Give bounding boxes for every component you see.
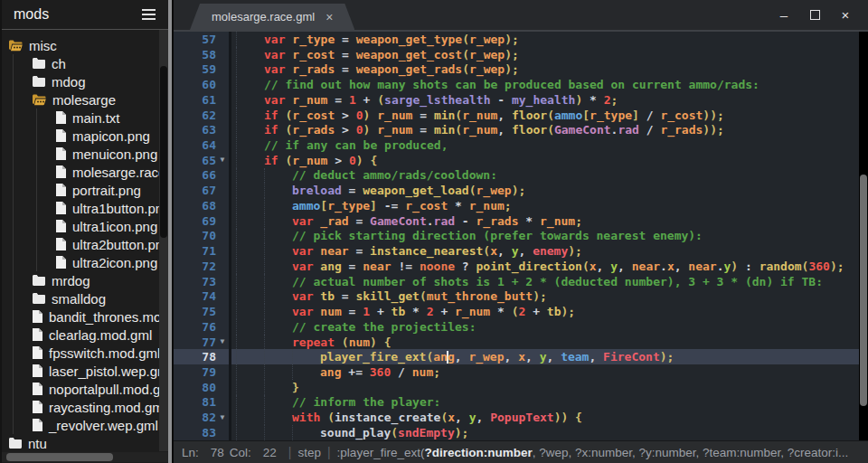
tree-item-bandit-thrones-mod-gml[interactable]: bandit_thrones.mod.gml — [2, 307, 168, 326]
tree-item-raycasting-mod-gml[interactable]: raycasting.mod.gml — [2, 398, 168, 416]
tree-item-noportalpull-mod-gml[interactable]: noportalpull.mod.gml — [2, 380, 168, 398]
code-line-83[interactable]: 83sound_play(sndEmpty); — [174, 425, 868, 440]
tree-item-molesarge-race-gml[interactable]: molesarge.race.gml — [2, 163, 168, 181]
gutter-cell[interactable]: 68 — [174, 198, 231, 213]
scrollbar-thumb[interactable] — [860, 175, 867, 406]
tree-item--revolver-wep-gml[interactable]: _revolver.wep.gml — [2, 416, 168, 434]
tree-item-main-txt[interactable]: main.txt — [2, 109, 168, 127]
tab-close-icon[interactable]: × — [326, 10, 333, 24]
gutter-cell[interactable]: 69 — [174, 213, 231, 229]
tree-item-ntu[interactable]: ntu — [2, 434, 168, 452]
tree-item-portrait-png[interactable]: portrait.png — [2, 181, 168, 199]
tab-molesarge-race-gml[interactable]: molesarge.race.gml × — [190, 4, 354, 30]
gutter-cell[interactable]: 82▼ — [174, 410, 231, 425]
gutter-cell[interactable]: 64 — [174, 137, 231, 153]
gutter-cell[interactable]: 75 — [174, 304, 231, 319]
gutter-cell[interactable]: 65▼ — [174, 153, 231, 168]
tree-item-menuicon-png[interactable]: menuicon.png — [2, 145, 168, 163]
gutter-cell[interactable]: 67 — [174, 183, 231, 198]
fold-arrow-icon[interactable]: ▼ — [216, 414, 229, 421]
scrollbar-thumb[interactable] — [6, 453, 113, 461]
tree-item-mrdog[interactable]: mrdog — [2, 271, 168, 289]
code-text[interactable]: // find out how many shots can be produc… — [231, 77, 868, 92]
code-line-71[interactable]: 71var near = instance_nearest(x, y, enem… — [174, 243, 868, 259]
code-text[interactable]: repeat (num) { — [231, 335, 868, 350]
maximize-button[interactable] — [799, 3, 830, 28]
code-text[interactable]: breload = weapon_get_load(r_wep); — [231, 183, 868, 198]
code-line-57[interactable]: 57var r_type = weapon_get_type(r_wep); — [174, 32, 868, 47]
code-text[interactable]: sound_play(sndEmpty); — [231, 425, 868, 440]
code-text[interactable]: var r_cost = weapon_get_cost(r_wep); — [231, 47, 868, 62]
gutter-cell[interactable]: 83 — [174, 425, 231, 440]
code-line-70[interactable]: 70// pick starting direction (prefer tow… — [174, 229, 868, 244]
gutter-cell[interactable]: 78 — [174, 349, 231, 364]
code-text[interactable]: var r_rads = weapon_get_rads(r_wep); — [231, 61, 868, 77]
code-text[interactable]: ammo[r_type] -= r_cost * r_num; — [231, 198, 868, 213]
gutter-cell[interactable]: 66 — [174, 168, 231, 184]
code-text[interactable]: // deduct ammo/rads/cooldown: — [231, 168, 868, 184]
code-text[interactable]: // create the projectiles: — [231, 319, 868, 335]
code-text[interactable]: // pick starting direction (prefer towar… — [231, 229, 868, 244]
code-text[interactable]: var num = 1 + tb * 2 + r_num * (2 + tb); — [231, 304, 868, 319]
code-line-80[interactable]: 80} — [174, 380, 868, 395]
gutter-cell[interactable]: 74 — [174, 288, 231, 304]
fold-arrow-icon[interactable]: ▼ — [216, 156, 229, 164]
minimize-button[interactable]: – — [769, 3, 799, 28]
code-line-68[interactable]: 68ammo[r_type] -= r_cost * r_num; — [174, 198, 868, 213]
sidebar-horizontal-scrollbar[interactable] — [2, 452, 168, 462]
tree-item-ultra2button-png[interactable]: ultra2button.png — [2, 235, 168, 253]
code-text[interactable]: var tb = skill_get(mut_throne_butt); — [231, 288, 868, 304]
code-text[interactable]: player_fire_ext(ang, r_wep, x, y, team, … — [231, 349, 868, 364]
code-line-76[interactable]: 76// create the projectiles: — [174, 319, 868, 335]
editor-vertical-scrollbar[interactable] — [859, 32, 868, 440]
code-text[interactable]: // if any can be produced, — [231, 137, 868, 153]
code-line-79[interactable]: 79ang += 360 / num; — [174, 364, 868, 380]
gutter-cell[interactable]: 62 — [174, 108, 231, 123]
gutter-cell[interactable]: 59 — [174, 61, 231, 77]
gutter-cell[interactable]: 61 — [174, 92, 231, 108]
gutter-cell[interactable]: 70 — [174, 229, 231, 244]
code-line-75[interactable]: 75var num = 1 + tb * 2 + r_num * (2 + tb… — [174, 304, 868, 319]
gutter-cell[interactable]: 80 — [174, 380, 231, 395]
scrollbar-thumb[interactable] — [160, 66, 167, 238]
code-text[interactable]: var r_num = 1 + (sarge_lsthealth - my_he… — [231, 92, 868, 108]
tree-item-laser-pistol-wep-gml[interactable]: laser_pistol.wep.gml — [2, 362, 168, 380]
code-text[interactable]: var _rad = GameCont.rad - r_rads * r_num… — [231, 213, 868, 229]
code-line-66[interactable]: 66// deduct ammo/rads/cooldown: — [174, 168, 868, 184]
code-text[interactable]: var ang = near != noone ? point_directio… — [231, 259, 868, 274]
code-text[interactable]: if (r_num > 0) { — [231, 153, 868, 168]
fold-arrow-icon[interactable]: ▼ — [216, 338, 229, 345]
tree-item-ultra2icon-png[interactable]: ultra2icon.png — [2, 253, 168, 271]
gutter-cell[interactable]: 79 — [174, 364, 231, 380]
code-line-78[interactable]: 78player_fire_ext(ang, r_wep, x, y, team… — [174, 349, 868, 364]
tree-item-ultra1button-png[interactable]: ultra1button.png — [2, 199, 168, 217]
code-line-77[interactable]: 77▼repeat (num) { — [174, 335, 868, 350]
gutter-cell[interactable]: 58 — [174, 47, 231, 62]
gutter-cell[interactable]: 60 — [174, 77, 231, 92]
code-line-59[interactable]: 59var r_rads = weapon_get_rads(r_wep); — [174, 61, 868, 77]
tree-item-smalldog[interactable]: smalldog — [2, 289, 168, 307]
gutter-cell[interactable]: 72 — [174, 259, 231, 274]
code-line-72[interactable]: 72var ang = near != noone ? point_direct… — [174, 259, 868, 274]
close-button[interactable]: × — [830, 3, 861, 28]
tree-item-fpsswitch-mod-gml[interactable]: fpsswitch.mod.gml — [2, 344, 168, 362]
tree-item-ultra1icon-png[interactable]: ultra1icon.png — [2, 217, 168, 235]
code-line-62[interactable]: 62if (r_cost > 0) r_num = min(r_num, flo… — [174, 108, 868, 123]
code-line-65[interactable]: 65▼if (r_num > 0) { — [174, 153, 868, 168]
gutter-cell[interactable]: 73 — [174, 274, 231, 289]
code-line-63[interactable]: 63if (r_rads > 0) r_num = min(r_num, flo… — [174, 122, 868, 137]
gutter-cell[interactable]: 81 — [174, 395, 231, 411]
code-line-69[interactable]: 69var _rad = GameCont.rad - r_rads * r_n… — [174, 213, 868, 229]
code-editor[interactable]: 57var r_type = weapon_get_type(r_wep);58… — [174, 32, 868, 440]
code-text[interactable]: with (instance_create(x, y, PopupText)) … — [231, 410, 868, 425]
gutter-cell[interactable]: 57 — [174, 32, 231, 47]
tree-item-mdog[interactable]: mdog — [2, 72, 168, 90]
code-text[interactable]: } — [231, 380, 868, 395]
code-text[interactable]: var near = instance_nearest(x, y, enemy)… — [231, 243, 868, 259]
code-line-58[interactable]: 58var r_cost = weapon_get_cost(r_wep); — [174, 47, 868, 62]
tree-item-ch[interactable]: ch — [2, 54, 168, 72]
code-text[interactable]: if (r_rads > 0) r_num = min(r_num, floor… — [231, 122, 868, 137]
gutter-cell[interactable]: 77▼ — [174, 335, 231, 350]
code-line-67[interactable]: 67breload = weapon_get_load(r_wep); — [174, 183, 868, 198]
code-line-60[interactable]: 60// find out how many shots can be prod… — [174, 77, 868, 92]
